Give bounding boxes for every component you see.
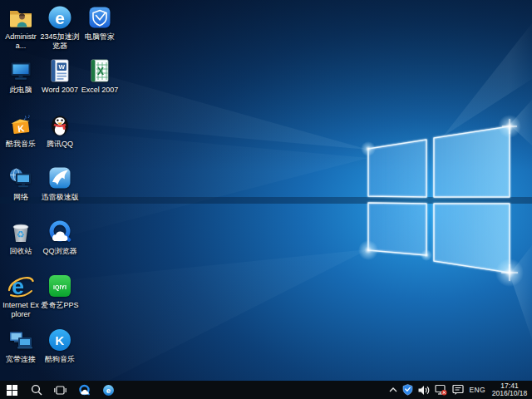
desktop-icon-administrator[interactable]: Administra... [1, 4, 41, 51]
svg-text:iQIYI: iQIYI [53, 284, 66, 291]
chevron-up-icon [389, 387, 397, 393]
tray-clock[interactable]: 17:41 2016/10/18 [490, 382, 529, 398]
pc-manager-shield-icon [402, 384, 413, 396]
desktop-icon-pc-manager[interactable]: 电脑管家 [80, 4, 120, 42]
desktop-icon-label: 酷狗音乐 [45, 355, 75, 364]
desktop-icon-network[interactable]: 网络 [1, 165, 41, 202]
kuwo-music-box-icon: ♪ ♪ K [7, 111, 34, 138]
show-hidden-icons-button[interactable] [389, 381, 397, 399]
kugou-music-icon: K [47, 327, 73, 353]
desktop-icon-kuwo-music[interactable]: ♪ ♪ K 酷我音乐 [1, 111, 41, 149]
network-globe-monitor-icon [7, 165, 34, 191]
pc-manager-shield-icon [86, 4, 113, 31]
taskbar: e [0, 381, 532, 399]
desktop-icon-tencent-qq[interactable]: 腾讯QQ [40, 111, 80, 149]
language-indicator[interactable]: ENG [469, 386, 485, 394]
desktop-icon-broadband-connection[interactable]: 宽带连接 [1, 327, 41, 364]
word-document-icon: W [47, 57, 73, 84]
desktop-icon-xunlei[interactable]: 迅雷极速版 [40, 165, 80, 202]
qq-browser-icon [78, 384, 91, 397]
tray-pc-manager[interactable] [402, 381, 413, 399]
svg-text:♻: ♻ [17, 229, 25, 239]
internet-explorer-icon: e [7, 273, 34, 299]
excel-spreadsheet-icon: X [86, 57, 113, 84]
desktop-icon-label: 2345加速浏览器 [40, 32, 80, 51]
svg-text:♪: ♪ [27, 113, 31, 119]
desktop-icon-label: Internet Explorer [1, 301, 41, 319]
desktop-icon-excel-2007[interactable]: X Excel 2007 [80, 57, 120, 95]
svg-text:e: e [55, 8, 65, 27]
taskbar-2345-browser-button[interactable]: e [96, 381, 121, 399]
clock-date: 2016/10/18 [490, 390, 529, 398]
2345-browser-icon: e [102, 384, 115, 397]
desktop-icon-label: 网络 [13, 193, 28, 202]
broadband-connection-icon [7, 327, 34, 353]
svg-text:K: K [56, 333, 65, 347]
desktop-icon-word-2007[interactable]: W Word 2007 [40, 57, 80, 95]
thunder-bird-icon [47, 165, 73, 191]
tray-volume[interactable] [418, 381, 430, 399]
desktop-icon-2345-browser[interactable]: e 2345加速浏览器 [40, 4, 80, 51]
desktop-icon-label: 宽带连接 [6, 355, 36, 364]
desktop-icon-kugou-music[interactable]: K 酷狗音乐 [40, 327, 80, 364]
task-view-button[interactable] [48, 381, 72, 399]
action-center-icon [452, 384, 464, 396]
desktop-icon-label: 此电脑 [10, 86, 32, 95]
desktop-icon-label: 迅雷极速版 [42, 193, 79, 202]
svg-text:X: X [97, 66, 104, 77]
desktop-icon-label: 电脑管家 [85, 32, 115, 42]
task-view-icon [54, 385, 66, 396]
svg-text:W: W [58, 63, 65, 71]
taskbar-qq-browser-button[interactable] [72, 381, 96, 399]
tray-network-disconnected[interactable] [435, 381, 447, 399]
desktop-icon-label: 爱奇艺PPS [41, 301, 78, 310]
desktop: Administra... e 2345加速浏览器 电脑管家 此电脑 W [0, 0, 532, 399]
svg-text:e: e [106, 386, 111, 395]
start-button[interactable] [0, 381, 24, 399]
desktop-icon-label: QQ浏览器 [42, 247, 76, 256]
desktop-icon-label: Excel 2007 [81, 86, 119, 95]
desktop-icon-label: 腾讯QQ [47, 140, 73, 149]
qq-penguin-icon [47, 111, 73, 138]
desktop-icon-this-pc[interactable]: 此电脑 [1, 57, 41, 95]
user-folder-icon [7, 4, 34, 31]
iqiyi-pps-icon: iQIYI [47, 273, 73, 299]
desktop-icon-iqiyi-pps[interactable]: iQIYI 爱奇艺PPS [40, 273, 80, 310]
action-center-button[interactable] [452, 381, 464, 399]
windows-logo-icon [7, 385, 17, 396]
qq-browser-icon [47, 219, 73, 245]
desktop-icon-label: Word 2007 [42, 86, 78, 95]
desktop-icon-label: Administra... [1, 32, 41, 51]
desktop-icon-label: 酷我音乐 [6, 140, 36, 149]
desktop-icon-recycle-bin[interactable]: ♻ 回收站 [1, 219, 41, 256]
2345-browser-icon: e [47, 4, 73, 31]
this-pc-monitor-icon [7, 57, 34, 84]
svg-text:K: K [17, 123, 25, 134]
network-disconnected-icon [435, 384, 447, 396]
volume-icon [418, 385, 430, 396]
desktop-icon-qq-browser[interactable]: QQ浏览器 [40, 219, 80, 256]
desktop-icon-label: 回收站 [10, 247, 32, 256]
search-icon [31, 384, 42, 396]
search-button[interactable] [24, 381, 48, 399]
desktop-icon-internet-explorer[interactable]: e Internet Explorer [1, 273, 41, 319]
recycle-bin-icon: ♻ [7, 219, 34, 245]
